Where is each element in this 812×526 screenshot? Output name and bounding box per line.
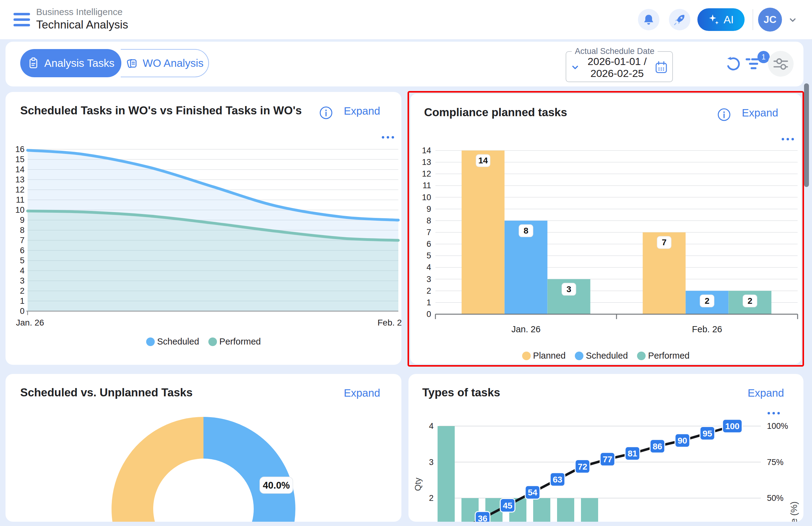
calendar-icon[interactable]: [654, 61, 668, 74]
svg-text:3: 3: [20, 276, 25, 285]
dashboard-page: { "palette": { "planned_orange": "#FACD7…: [0, 0, 812, 526]
navbar-divider: [753, 9, 753, 30]
svg-text:40.0%: 40.0%: [263, 480, 290, 491]
svg-text:10: 10: [15, 205, 25, 215]
tab-analysis-tasks[interactable]: Analysis Tasks: [20, 49, 121, 77]
svg-text:16: 16: [15, 145, 25, 154]
svg-text:6: 6: [426, 239, 431, 248]
svg-text:95: 95: [702, 429, 712, 438]
card-compliance-planned-tasks: Compliance planned tasks Expand 01234567…: [410, 94, 801, 364]
svg-text:100: 100: [725, 422, 740, 431]
svg-text:2: 2: [429, 494, 434, 503]
legend-item[interactable]: Planned: [522, 351, 566, 361]
svg-text:54: 54: [528, 488, 537, 497]
card-title: Types of tasks: [422, 386, 500, 399]
svg-text:15: 15: [15, 155, 25, 164]
controls-bar: WO Analysis Analysis Tasks Actual Schedu…: [5, 42, 803, 86]
card-title: Compliance planned tasks: [424, 106, 567, 119]
legend-item[interactable]: Scheduled: [575, 351, 628, 361]
svg-text:2: 2: [705, 296, 710, 305]
clipboard-icon: [27, 57, 40, 69]
svg-text:63: 63: [553, 475, 562, 484]
filter-button[interactable]: 1: [743, 53, 765, 75]
bar-planned[interactable]: [462, 151, 505, 314]
expand-button[interactable]: Expand: [742, 107, 778, 119]
svg-text:4: 4: [426, 263, 431, 272]
notifications-button[interactable]: [638, 9, 659, 30]
pareto-bar[interactable]: [438, 426, 455, 522]
sliders-icon: [770, 53, 792, 74]
donut-slice[interactable]: [203, 417, 295, 522]
legend-item[interactable]: Performed: [637, 351, 690, 361]
svg-text:1: 1: [20, 296, 25, 305]
refresh-icon: [725, 56, 741, 72]
date-range-picker[interactable]: Actual Schedule Date 2026-01-01 / 2026-0…: [566, 46, 673, 82]
expand-button[interactable]: Expand: [344, 105, 380, 117]
svg-text:86: 86: [653, 442, 662, 451]
refresh-button[interactable]: [724, 55, 741, 72]
card-scheduled-vs-finished: Scheduled Tasks in WO's vs Finished Task…: [5, 92, 402, 365]
svg-text:10: 10: [422, 193, 431, 202]
legend-label: Performed: [219, 337, 261, 347]
svg-text:3: 3: [426, 275, 431, 284]
svg-text:45: 45: [503, 501, 512, 510]
pareto-bar[interactable]: [533, 498, 550, 522]
tab-wo-analysis[interactable]: WO Analysis: [121, 49, 209, 77]
svg-text:6: 6: [20, 246, 25, 255]
date-range-label: Actual Schedule Date: [572, 46, 657, 56]
settings-button[interactable]: [768, 51, 794, 77]
card-types-of-tasks: Types of tasks Expand 250%375%4100%QtyPe…: [408, 374, 803, 522]
svg-text:75%: 75%: [767, 458, 783, 467]
svg-text:5: 5: [426, 251, 431, 260]
svg-text:100%: 100%: [767, 422, 788, 431]
svg-text:13: 13: [15, 175, 25, 184]
svg-text:0: 0: [426, 310, 431, 319]
launcher-button[interactable]: [669, 9, 690, 30]
scrollbar-thumb[interactable]: [804, 83, 809, 187]
info-icon: [319, 106, 333, 119]
expand-button[interactable]: Expand: [748, 387, 784, 399]
legend-label: Performed: [648, 351, 690, 361]
documents-icon: [126, 57, 138, 69]
chevron-down-icon[interactable]: [570, 63, 580, 72]
svg-text:Jan. 26: Jan. 26: [16, 318, 44, 327]
svg-text:Feb. 26: Feb. 26: [692, 324, 722, 334]
svg-text:Percentage (%): Percentage (%): [789, 501, 799, 522]
svg-text:2: 2: [20, 286, 25, 296]
tab-label: Analysis Tasks: [44, 57, 115, 69]
legend-swatch: [146, 338, 155, 346]
top-navbar: Business Intelligence Technical Analysis…: [0, 0, 812, 39]
svg-text:9: 9: [20, 215, 25, 225]
menu-icon[interactable]: [14, 13, 31, 27]
pareto-chart: 250%375%4100%QtyPercentage (%)3645546372…: [415, 411, 803, 522]
bar-chart-canvas: 012345678910111213141483Jan. 26722Feb. 2…: [418, 134, 801, 348]
donut-canvas: 40.0%: [5, 374, 402, 522]
svg-text:2: 2: [748, 296, 753, 305]
svg-text:8: 8: [20, 226, 25, 235]
ai-assistant-button[interactable]: AI: [697, 8, 744, 31]
info-button[interactable]: [717, 108, 731, 122]
user-avatar[interactable]: JC: [758, 8, 782, 31]
svg-text:9: 9: [426, 204, 431, 214]
pareto-bar[interactable]: [557, 498, 574, 522]
grouped-bar-chart: 012345678910111213141483Jan. 26722Feb. 2…: [418, 134, 801, 348]
date-range-value[interactable]: 2026-01-01 / 2026-02-25: [580, 56, 654, 80]
svg-text:12: 12: [422, 169, 431, 179]
info-button[interactable]: [319, 106, 333, 119]
profile-menu-button[interactable]: [788, 15, 797, 25]
sparkle-icon: [708, 14, 720, 26]
svg-text:4: 4: [20, 266, 25, 275]
svg-text:12: 12: [15, 185, 25, 194]
pareto-bar[interactable]: [581, 498, 598, 522]
info-icon: [717, 108, 731, 122]
svg-text:Jan. 26: Jan. 26: [511, 324, 540, 334]
chevron-down-icon: [788, 15, 797, 25]
legend-item[interactable]: Performed: [208, 337, 261, 347]
rocket-icon: [673, 13, 686, 26]
legend-item[interactable]: Scheduled: [146, 337, 199, 347]
svg-text:14: 14: [422, 146, 431, 155]
page-title: Technical Analysis: [36, 18, 128, 32]
legend-swatch: [637, 352, 646, 360]
ai-button-label: AI: [723, 14, 734, 26]
svg-text:Feb. 26: Feb. 26: [377, 318, 402, 327]
